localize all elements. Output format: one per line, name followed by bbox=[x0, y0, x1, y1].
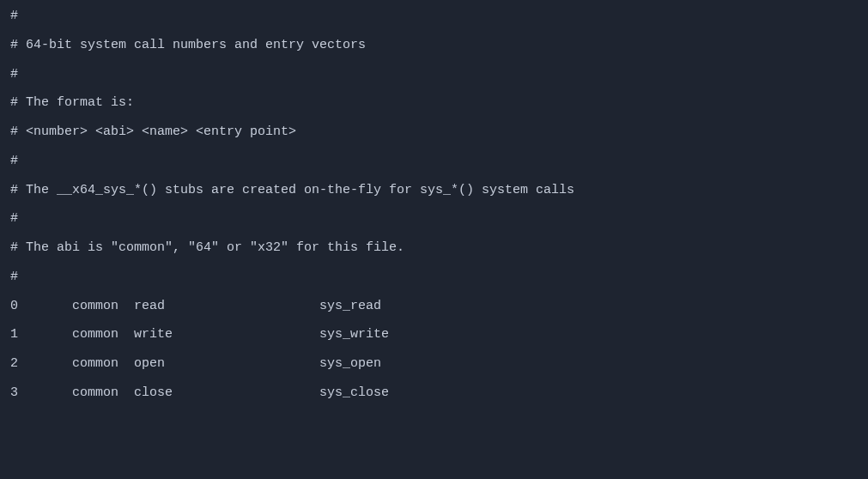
comment-line: # bbox=[10, 60, 858, 89]
syscall-row: 1 common write sys_write bbox=[10, 320, 858, 349]
comment-line: # bbox=[10, 147, 858, 176]
syscall-row: 2 common open sys_open bbox=[10, 349, 858, 379]
comment-line: # bbox=[10, 263, 858, 292]
comment-line: # <number> <abi> <name> <entry point> bbox=[10, 118, 858, 147]
comment-line: # 64-bit system call numbers and entry v… bbox=[10, 31, 858, 60]
comment-line: # The __x64_sys_*() stubs are created on… bbox=[10, 176, 858, 205]
comment-line: # bbox=[10, 204, 858, 233]
comment-line: # The abi is "common", "64" or "x32" for… bbox=[10, 233, 858, 263]
comment-line: # bbox=[10, 2, 858, 31]
comment-line: # The format is: bbox=[10, 88, 858, 118]
syscall-row: 0 common read sys_read bbox=[10, 292, 858, 321]
code-block: # # 64-bit system call numbers and entry… bbox=[10, 2, 858, 408]
syscall-row: 3 common close sys_close bbox=[10, 379, 858, 408]
